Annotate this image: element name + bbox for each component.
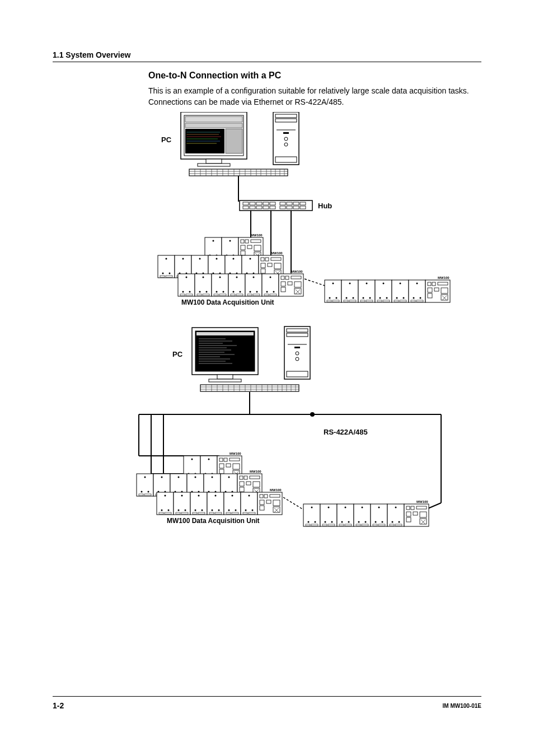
subheading: One-to-N Connection with a PC: [148, 71, 482, 81]
section-header: 1.1 System Overview: [53, 50, 481, 62]
label-unit-1: MW100 Data Acquisition Unit: [181, 298, 274, 306]
label-rs: RS-422A/485: [324, 428, 368, 436]
content-block: One-to-N Connection with a PC This is an…: [148, 71, 482, 108]
label-pc-2: PC: [172, 350, 183, 358]
label-pc-1: PC: [161, 136, 172, 144]
label-unit-2: MW100 Data Acquisition Unit: [167, 517, 260, 525]
label-hub: Hub: [318, 202, 332, 210]
section-header-row: 1.1 System Overview: [53, 50, 481, 62]
page-number: 1-2: [53, 701, 64, 710]
svg-point-103: [310, 412, 315, 417]
diagram-figure: MW100 MW100 PC Hub: [128, 112, 463, 571]
footer-rule: [53, 696, 481, 697]
svg-line-115: [283, 497, 303, 510]
document-id: IM MW100-01E: [443, 703, 481, 709]
svg-line-100: [305, 279, 325, 286]
body-paragraph: This is an example of a configuration su…: [148, 85, 482, 108]
